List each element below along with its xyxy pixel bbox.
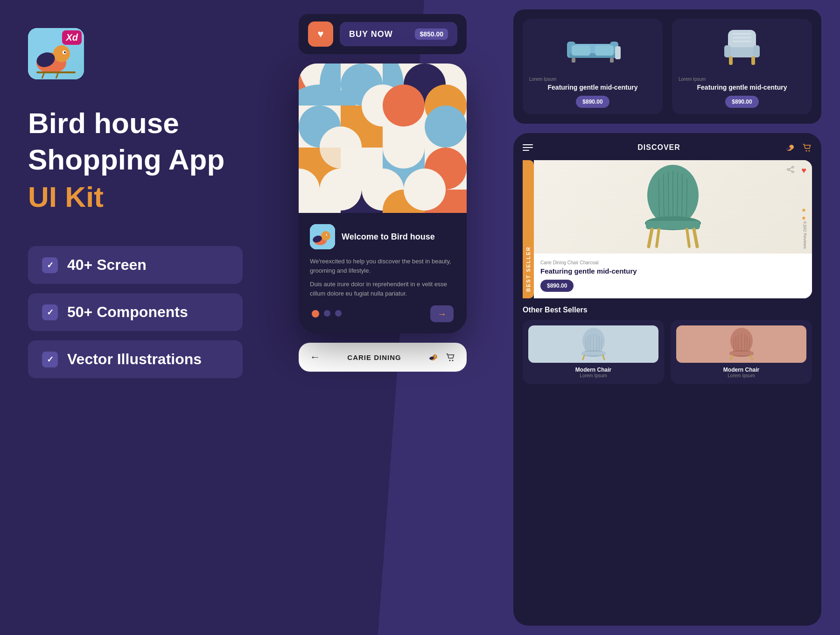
other-sub-1: Lorem Ipsum [580, 373, 607, 378]
product-card-sofa1: Lorem Ipsum Featuring gentle mid-century… [523, 19, 663, 114]
svg-line-91 [583, 355, 584, 360]
product-price-1: $890.00 [576, 96, 609, 108]
svg-point-38 [404, 169, 446, 211]
geo-pattern [299, 64, 467, 213]
title-line1: Bird house [28, 107, 243, 139]
feature-label-illustrations: Vector Illustrations [67, 351, 202, 368]
middle-panel: ♥ BUY NOW $850.00 [271, 0, 495, 635]
hamburger-line-2 [523, 147, 533, 148]
product-image-area-1 [529, 25, 656, 72]
star-2: ★ [801, 215, 806, 221]
notification-bird-icon[interactable] [785, 142, 795, 153]
chair-image-area: ♥ ★ ★ ★ [534, 160, 812, 254]
svg-point-43 [327, 234, 328, 235]
back-arrow-icon[interactable]: ← [310, 351, 320, 363]
feature-list: ✓ 40+ Screen ✓ 50+ Components ✓ Vector I… [28, 246, 243, 378]
welcome-title: Welcome to Bird house [342, 232, 435, 242]
gray-chair-svg [577, 328, 610, 360]
feature-label-components: 50+ Components [67, 303, 188, 321]
welcome-card: Welcome to Bird house We'reexcited to he… [299, 213, 467, 333]
svg-point-49 [449, 360, 451, 361]
carie-bar: ← CARIE DINING [299, 343, 467, 372]
discover-phone: DISCOVER [513, 133, 821, 626]
other-card-1: Modern Chair Lorem Ipsum [523, 320, 664, 384]
welcome-header: Welcome to Bird house [310, 224, 455, 249]
check-icon: ✓ [42, 257, 58, 273]
pagination-row: → [310, 305, 455, 322]
svg-line-97 [751, 355, 752, 360]
product-image-area-2 [679, 25, 805, 72]
discover-header: DISCOVER [523, 142, 812, 153]
top-cards-section: Lorem Ipsum Featuring gentle mid-century… [513, 9, 821, 124]
best-seller-card: ♥ ★ ★ ★ [534, 160, 812, 298]
buy-now-button[interactable]: BUY NOW $850.00 [340, 22, 457, 46]
svg-point-22 [383, 85, 425, 127]
feature-item-illustrations: ✓ Vector Illustrations [28, 340, 243, 378]
right-panel: Lorem Ipsum Featuring gentle mid-century… [495, 0, 840, 635]
cart-icon-discover[interactable] [802, 142, 812, 153]
title-line3: UI Kit [28, 180, 243, 213]
dot-3 [335, 310, 342, 317]
svg-rect-63 [753, 45, 760, 57]
other-title-1: Modern Chair [575, 367, 611, 373]
pagination-dots [312, 310, 342, 318]
product-title-2: Featuring gentle mid-century [697, 84, 787, 91]
svg-rect-90 [582, 352, 605, 355]
svg-point-4 [64, 51, 66, 53]
svg-rect-59 [615, 46, 621, 59]
svg-rect-67 [733, 37, 751, 38]
product-lorem-2: Lorem Ipsum [679, 77, 706, 82]
svg-point-73 [792, 146, 793, 147]
other-sellers-grid: Modern Chair Lorem Ipsum [523, 320, 812, 384]
buy-now-text: BUY NOW [349, 29, 393, 39]
best-seller-info: Carie Dining Chair Charcoal Featuring ge… [534, 254, 812, 298]
svg-point-48 [436, 356, 436, 356]
svg-rect-56 [595, 45, 614, 56]
other-card-2: Modern Chair Lorem Ipsum [671, 320, 812, 384]
svg-line-79 [789, 168, 792, 169]
xd-label: Xd [62, 30, 82, 45]
svg-point-34 [320, 169, 362, 211]
svg-point-50 [452, 360, 454, 361]
check-icon-2: ✓ [42, 304, 58, 320]
share-icon[interactable] [787, 166, 794, 173]
svg-point-75 [808, 150, 810, 152]
title-line2: Shopping App [28, 144, 243, 176]
svg-point-23 [425, 106, 467, 148]
product-title-1: Featuring gentle mid-century [548, 84, 638, 91]
other-sellers-title: Other Best Sellers [523, 306, 812, 314]
chair-title: Featuring gentle mid-century [540, 267, 805, 275]
chair-price: $890.00 [540, 280, 574, 292]
hamburger-line-3 [523, 150, 529, 151]
teal-chair-image [636, 165, 710, 249]
svg-rect-64 [729, 56, 733, 65]
svg-line-86 [657, 229, 659, 247]
carie-title: CARIE DINING [347, 353, 401, 361]
buy-now-bar: ♥ BUY NOW $850.00 [299, 14, 467, 54]
svg-point-78 [792, 171, 794, 173]
xd-icon: Xd [28, 28, 84, 79]
svg-point-40 [321, 231, 330, 240]
product-lorem-1: Lorem Ipsum [529, 77, 556, 82]
svg-line-84 [649, 229, 652, 247]
product-card-chair: Lorem Ipsum Featuring gentle mid-century… [672, 19, 812, 114]
svg-rect-66 [733, 33, 751, 35]
svg-point-30 [383, 127, 425, 169]
svg-point-1 [53, 45, 70, 62]
next-button[interactable]: → [430, 305, 454, 322]
product-price-2: $890.00 [725, 96, 758, 108]
cart-icon [445, 352, 455, 362]
hamburger-menu-icon[interactable] [523, 144, 533, 151]
svg-point-74 [805, 150, 807, 152]
phone-mockup: Welcome to Bird house We'reexcited to he… [299, 64, 467, 333]
svg-line-80 [789, 170, 792, 171]
bird-avatar [310, 224, 335, 249]
heart-button[interactable]: ♥ [308, 21, 333, 47]
other-sub-2: Lorem Ipsum [728, 373, 755, 378]
heart-icon[interactable]: ♥ [801, 166, 806, 176]
other-title-2: Modern Chair [723, 367, 759, 373]
svg-rect-68 [733, 41, 751, 42]
check-icon-3: ✓ [42, 352, 58, 367]
discover-action-icons [785, 142, 812, 153]
svg-rect-95 [730, 352, 753, 355]
